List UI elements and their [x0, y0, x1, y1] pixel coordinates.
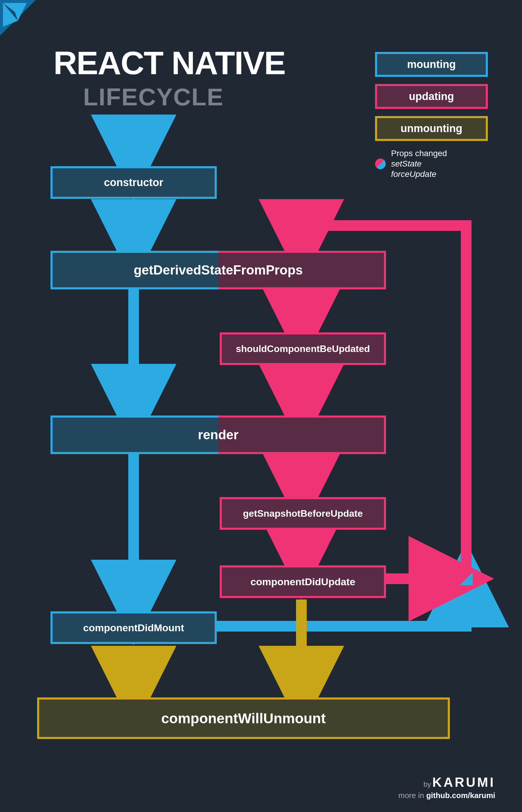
node-getDerived-label: getDerivedStateFromProps	[134, 263, 303, 277]
node-componentWillUnmount: componentWillUnmount	[37, 698, 450, 739]
node-didMount-label: componentDidMount	[83, 622, 184, 633]
arrows-layer	[0, 0, 522, 812]
node-getSnapshot-label: getSnapshotBeforeUpdate	[243, 508, 363, 519]
node-shouldComponentBeUpdated: shouldComponentBeUpdated	[220, 332, 386, 365]
footer: by KARUMI more in github.com/karumi	[398, 775, 495, 800]
node-componentDidMount: componentDidMount	[51, 611, 217, 644]
node-render: render	[51, 416, 386, 454]
node-render-label: render	[198, 428, 239, 442]
footer-link[interactable]: github.com/karumi	[426, 791, 495, 800]
node-constructor: constructor	[51, 166, 217, 199]
node-componentDidUpdate: componentDidUpdate	[220, 565, 386, 598]
node-getDerivedStateFromProps: getDerivedStateFromProps	[51, 251, 386, 289]
node-getSnapshotBeforeUpdate: getSnapshotBeforeUpdate	[220, 497, 386, 530]
node-shouldUpdate-label: shouldComponentBeUpdated	[236, 343, 370, 354]
node-willUnmount-label: componentWillUnmount	[161, 710, 326, 727]
footer-brand: KARUMI	[432, 775, 495, 789]
footer-by-label: by	[423, 780, 431, 788]
node-didUpdate-label: componentDidUpdate	[250, 576, 355, 588]
node-constructor-label: constructor	[104, 176, 163, 189]
footer-more-label: more in	[398, 791, 424, 800]
